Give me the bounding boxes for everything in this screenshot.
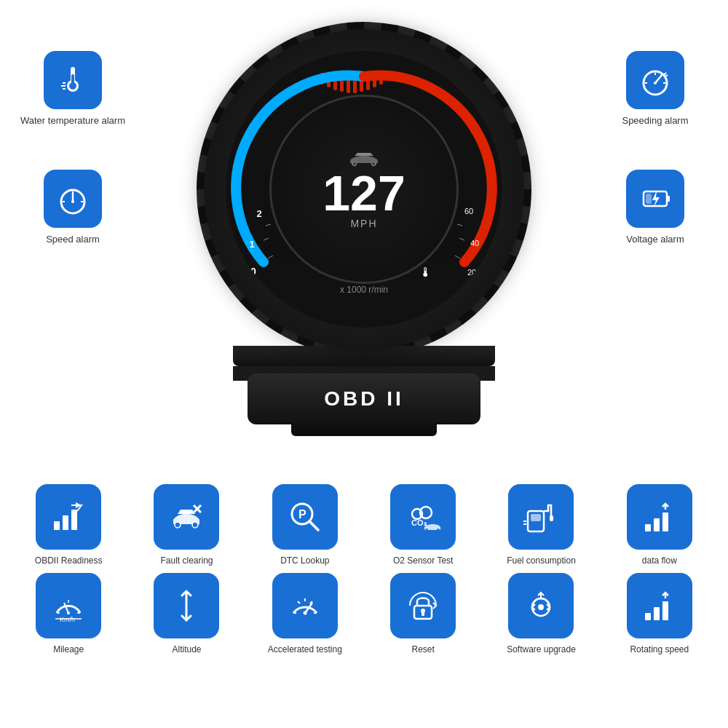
dtc-lookup-icon: P <box>272 484 338 550</box>
device-foot <box>291 424 437 436</box>
grid-mileage: Km/h Mileage <box>11 573 126 654</box>
voltage-alarm-icon <box>626 170 684 228</box>
left-features: Water temperature alarm Speed alarm <box>15 22 131 245</box>
grid-software-upgrade: Software upgrade <box>483 573 598 654</box>
speeding-alarm-label: Speeding alarm <box>622 115 688 126</box>
speed-alarm-icon <box>44 170 102 228</box>
feature-voltage-alarm: Voltage alarm <box>597 170 713 245</box>
obdii-readiness-icon <box>36 484 101 550</box>
svg-text:🌡: 🌡 <box>419 265 432 280</box>
feature-speeding-alarm: Speeding alarm <box>597 51 713 126</box>
svg-text:20: 20 <box>467 268 476 277</box>
rotating-speed-label: Rotating speed <box>630 644 689 654</box>
o2-sensor-icon: CO₂ <box>390 484 456 550</box>
grid-altitude: Altitude <box>129 573 244 654</box>
svg-line-60 <box>665 75 668 76</box>
svg-rect-62 <box>667 196 670 202</box>
grid-reset: Reset <box>365 573 480 654</box>
fuel-consumption-label: Fuel consumption <box>507 555 576 566</box>
water-temp-icon <box>44 51 102 109</box>
grid-fuel-consumption: Fuel consumption <box>483 484 598 566</box>
svg-rect-107 <box>654 607 660 620</box>
svg-line-73 <box>309 521 318 530</box>
device-base: OBD II <box>248 373 480 424</box>
data-flow-label: data flow <box>642 555 677 566</box>
accelerated-testing-icon <box>272 573 338 638</box>
grid-fault-clearing: Fault clearing <box>129 484 244 566</box>
o2-sensor-label: O2 Sensor Test <box>393 555 454 566</box>
dial-inner: 127 MPH <box>269 95 459 284</box>
svg-rect-86 <box>662 513 668 531</box>
mileage-icon: Km/h <box>36 573 101 638</box>
svg-point-68 <box>192 522 198 528</box>
fuel-consumption-icon <box>508 484 574 550</box>
svg-rect-66 <box>71 510 77 530</box>
accelerated-testing-label: Accelerated testing <box>268 644 342 654</box>
grid-obdii-readiness: OBDII Readiness <box>11 484 126 566</box>
svg-rect-64 <box>54 521 60 530</box>
svg-line-99 <box>298 601 300 604</box>
feature-speed-alarm: Speed alarm <box>15 170 131 245</box>
svg-rect-85 <box>654 518 660 531</box>
reset-label: Reset <box>411 644 434 654</box>
grid-dtc-lookup: P DTC Lookup <box>248 484 363 566</box>
rotating-speed-icon <box>627 573 692 638</box>
feature-water-temp: Water temperature alarm <box>15 51 131 126</box>
svg-point-3 <box>69 82 76 90</box>
svg-line-55 <box>655 74 662 83</box>
svg-text:1: 1 <box>249 239 254 250</box>
svg-rect-63 <box>646 194 652 204</box>
dtc-lookup-label: DTC Lookup <box>280 555 329 566</box>
device-outer: 0 1 2 3 4 5 6 20 40 60 80 100 120 <box>204 29 524 349</box>
svg-point-78 <box>437 529 440 531</box>
reset-icon <box>390 573 456 638</box>
svg-rect-65 <box>63 515 68 530</box>
svg-text:60: 60 <box>464 207 473 215</box>
software-upgrade-label: Software upgrade <box>507 644 576 654</box>
grid-o2-sensor: CO₂ O2 Sensor Test <box>365 484 480 566</box>
dial-face: 0 1 2 3 4 5 6 20 40 60 80 100 120 <box>226 51 502 328</box>
right-features: Speeding alarm Voltage alarm <box>597 22 713 245</box>
svg-rect-84 <box>645 524 651 531</box>
mileage-label: Mileage <box>53 644 84 654</box>
svg-text:40: 40 <box>470 239 479 248</box>
fault-clearing-icon <box>154 484 219 550</box>
svg-line-59 <box>664 73 666 75</box>
svg-point-105 <box>538 604 544 610</box>
svg-point-77 <box>425 529 428 531</box>
svg-rect-106 <box>645 613 651 620</box>
svg-text:CO₂: CO₂ <box>411 518 427 527</box>
bottom-row-1: OBDII Readiness Fault clearing <box>11 484 717 566</box>
svg-text:x 1000 r/min: x 1000 r/min <box>340 285 388 295</box>
altitude-icon <box>154 573 219 638</box>
obdii-label: OBD II <box>324 387 404 411</box>
svg-rect-80 <box>531 514 541 521</box>
obdii-readiness-label: OBDII Readiness <box>35 555 103 566</box>
svg-rect-81 <box>550 515 553 521</box>
speed-alarm-label: Speed alarm <box>46 234 100 245</box>
water-temp-label: Water temperature alarm <box>20 115 125 126</box>
speeding-alarm-icon <box>626 51 684 109</box>
bottom-row-2: Km/h Mileage Altitude <box>11 573 717 654</box>
svg-text:0: 0 <box>250 266 256 277</box>
svg-text:Km/h: Km/h <box>60 616 75 623</box>
software-upgrade-icon <box>508 573 574 638</box>
speed-unit: MPH <box>350 218 377 229</box>
fault-clearing-label: Fault clearing <box>160 555 213 566</box>
altitude-label: Altitude <box>172 644 201 654</box>
grid-accelerated-testing: Accelerated testing <box>248 573 363 654</box>
bottom-features: OBDII Readiness Fault clearing <box>0 473 728 654</box>
data-flow-icon <box>627 484 692 550</box>
svg-line-88 <box>64 603 68 613</box>
svg-rect-103 <box>422 612 424 616</box>
svg-point-67 <box>175 522 181 528</box>
svg-rect-108 <box>662 601 668 620</box>
voltage-alarm-label: Voltage alarm <box>626 234 684 245</box>
grid-rotating-speed: Rotating speed <box>602 573 717 654</box>
speed-display: 127 <box>323 168 405 218</box>
svg-text:P: P <box>298 508 306 521</box>
top-section: Water temperature alarm Speed alarm <box>0 0 728 473</box>
grid-data-flow: data flow <box>602 484 717 566</box>
device-center: 0 1 2 3 4 5 6 20 40 60 80 100 120 <box>131 22 597 436</box>
svg-text:2: 2 <box>256 208 261 219</box>
